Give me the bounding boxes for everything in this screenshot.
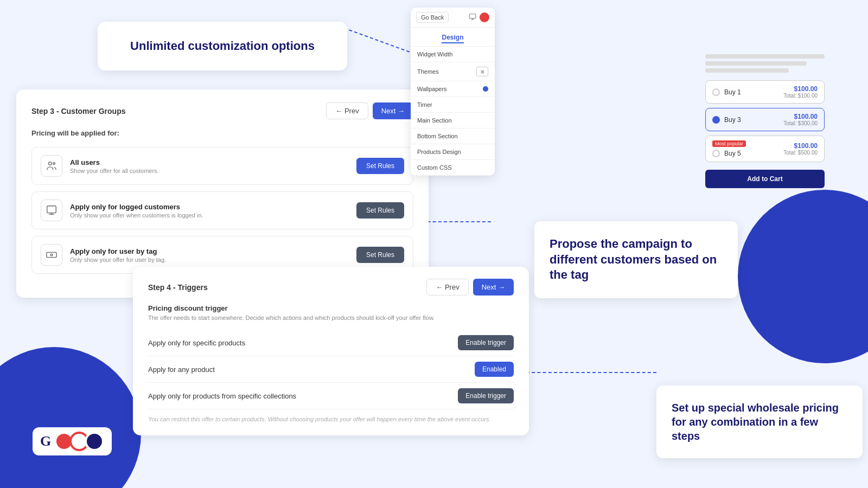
timer-label: Timer (417, 101, 432, 108)
svg-rect-2 (47, 206, 56, 213)
step4-next-btn[interactable]: Next → (473, 279, 514, 296)
all-users-icon (41, 155, 62, 177)
trigger-collections-btn[interactable]: Enable trigger (458, 388, 514, 403)
step4-section-desc: The offer needs to start somewhere. Deci… (148, 314, 514, 321)
wallpapers-item[interactable]: Wallpapers (411, 81, 495, 97)
bg-circle-left (0, 347, 141, 488)
products-design-label: Products Design (417, 149, 461, 155)
trigger-collections-label: Apply only for products from specific co… (148, 392, 296, 400)
wallpapers-toggle[interactable] (483, 86, 488, 92)
bottom-section-item[interactable]: Bottom Section (411, 129, 495, 144)
svg-point-1 (53, 163, 55, 165)
header-line-3 (705, 68, 789, 73)
buy5-price: $100.00 (783, 142, 818, 150)
buy3-label: Buy 3 (724, 116, 741, 124)
all-users-desc: Show your offer for all customers. (70, 168, 159, 174)
step3-next-btn[interactable]: Next → (373, 102, 413, 119)
svg-rect-6 (469, 14, 476, 18)
callout-propose: Propose the campaign to different custom… (534, 221, 738, 298)
unlimited-title: Unlimited customization options (130, 39, 315, 53)
buy5-total: Total: $500.00 (783, 150, 818, 156)
logged-customers-set-rules-btn[interactable]: Set Rules (356, 202, 404, 219)
custom-css-label: Custom CSS (417, 164, 452, 171)
buy3-radio[interactable] (712, 116, 720, 124)
user-by-tag-icon (41, 244, 62, 266)
unlimited-card: Unlimited customization options (98, 22, 347, 70)
all-users-set-rules-btn[interactable]: Set Rules (356, 158, 404, 174)
widget-header (705, 54, 825, 73)
most-popular-badge: Most popular (712, 140, 746, 147)
step3-title: Step 3 - Customer Groups (31, 107, 125, 115)
widget-preview: Buy 1 $100.00 Total: $100.00 Buy 3 $100.… (705, 54, 825, 188)
go-back-btn[interactable]: Go Back (416, 12, 449, 23)
monitor-icon (469, 13, 476, 22)
themes-item[interactable]: Themes ⊞ (411, 62, 495, 81)
trigger-any-label: Apply for any product (148, 365, 215, 374)
widget-width-item[interactable]: Widget Width (411, 47, 495, 62)
step4-panel: Step 4 - Triggers ← Prev Next → Pricing … (133, 267, 529, 435)
buy1-total: Total: $100.00 (783, 93, 818, 99)
design-tab-label[interactable]: Design (442, 34, 463, 43)
step4-title: Step 4 - Triggers (148, 283, 208, 292)
trigger-specific-btn[interactable]: Enable trigger (458, 335, 514, 350)
main-section-label: Main Section (417, 117, 452, 124)
callout-wholesale-text: Set up special wholesale pricing for any… (672, 401, 847, 443)
user-by-tag-set-rules-btn[interactable]: Set Rules (356, 247, 404, 263)
buy1-price: $100.00 (783, 85, 818, 93)
step4-section-title: Pricing discount trigger (148, 304, 514, 312)
callout-wholesale: Set up special wholesale pricing for any… (656, 386, 863, 458)
trigger-any-btn[interactable]: Enabled (475, 362, 514, 377)
svg-point-5 (50, 254, 53, 256)
header-line-1 (705, 54, 825, 59)
buy3-option[interactable]: Buy 3 $100.00 Total: $300.00 (705, 108, 825, 131)
buy3-total: Total: $300.00 (783, 120, 818, 126)
buy1-option[interactable]: Buy 1 $100.00 Total: $100.00 (705, 80, 825, 104)
buy5-radio[interactable] (712, 150, 720, 157)
bg-arc-right (738, 190, 868, 363)
products-design-item[interactable]: Products Design (411, 144, 495, 160)
logged-customers-option: Apply only for logged customers Only sho… (31, 191, 413, 229)
timer-item[interactable]: Timer (411, 97, 495, 113)
trigger-specific-products: Apply only for specific products Enable … (148, 330, 514, 356)
red-circle-icon[interactable] (480, 12, 489, 22)
buy1-label: Buy 1 (724, 88, 741, 96)
header-line-2 (705, 61, 807, 66)
trigger-specific-collections: Apply only for products from specific co… (148, 383, 514, 409)
all-users-label: All users (70, 158, 159, 166)
custom-css-item[interactable]: Custom CSS (411, 160, 495, 176)
all-users-option: All users Show your offer for all custom… (31, 147, 413, 185)
logo-area: G (33, 427, 112, 455)
connector-line-step4 (526, 372, 656, 373)
user-by-tag-label: Apply only for user by tag (70, 247, 166, 255)
trigger-specific-label: Apply only for specific products (148, 339, 245, 347)
pricing-label: Pricing will be applied for: (31, 129, 413, 137)
main-section-item[interactable]: Main Section (411, 113, 495, 129)
logo-g: G (40, 433, 51, 450)
logo-circle-blue (85, 432, 104, 451)
buy3-price: $100.00 (783, 113, 818, 120)
restriction-note: You can restrict this offer to certain p… (148, 416, 514, 422)
add-to-cart-btn[interactable]: Add to Cart (705, 170, 825, 188)
step4-nav: ← Prev Next → (426, 279, 514, 296)
logged-customers-desc: Only show your offer when customers is l… (70, 212, 203, 219)
logo-circles (54, 432, 104, 451)
step3-nav: ← Prev Next → (326, 102, 413, 119)
wallpapers-label: Wallpapers (417, 86, 447, 92)
buy1-radio[interactable] (712, 88, 720, 96)
svg-point-0 (49, 162, 52, 165)
step3-prev-btn[interactable]: ← Prev (326, 102, 368, 119)
design-panel: Go Back Design Widget Width Themes ⊞ Wal… (411, 8, 495, 176)
callout-propose-text: Propose the campaign to different custom… (550, 236, 723, 283)
themes-label: Themes (417, 68, 439, 75)
logged-customers-label: Apply only for logged customers (70, 203, 203, 211)
buy5-option[interactable]: Most popular Buy 5 $100.00 Total: $500.0… (705, 136, 825, 162)
user-by-tag-desc: Only show your offer for user by tag. (70, 256, 166, 263)
widget-width-label: Widget Width (417, 51, 452, 57)
trigger-any-product: Apply for any product Enabled (148, 356, 514, 383)
buy5-label: Buy 5 (724, 150, 741, 157)
step4-prev-btn[interactable]: ← Prev (426, 279, 468, 296)
themes-icon: ⊞ (476, 67, 488, 76)
logged-customers-icon (41, 200, 62, 221)
bottom-section-label: Bottom Section (417, 133, 458, 139)
